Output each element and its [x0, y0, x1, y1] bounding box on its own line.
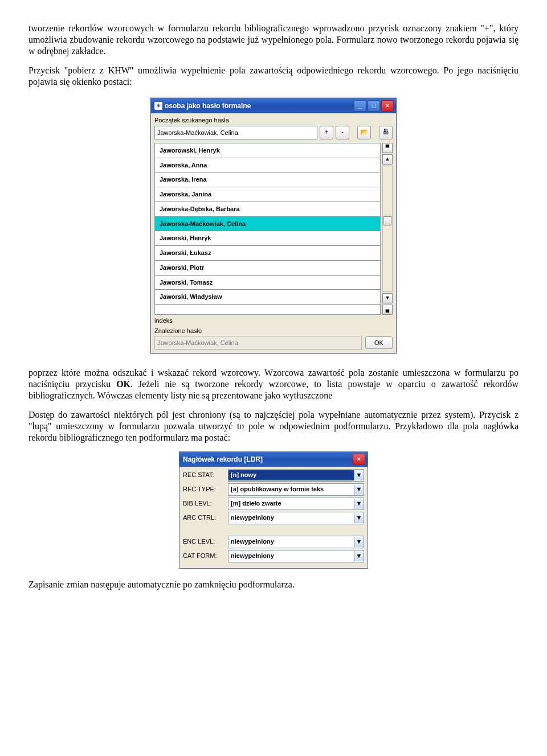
chevron-down-icon[interactable]: ▼	[354, 484, 364, 495]
dropdown-value: [n] nowy	[228, 470, 354, 480]
paragraph-1: tworzenie rekordów wzorcowych w formular…	[28, 23, 519, 57]
scroll-down-icon[interactable]: ▼	[382, 293, 393, 303]
field-label: BIB LEVL:	[183, 500, 225, 508]
field-label: ARC CTRL:	[183, 514, 225, 522]
list-item[interactable]: Jaworska-Dębska, Barbara	[155, 202, 380, 217]
paragraph-5: Zapisanie zmian następuje automatycznie …	[28, 579, 519, 590]
window-title: osoba jako hasło formalne	[165, 102, 251, 110]
close-button[interactable]: ×	[353, 454, 365, 465]
field-label: REC STAT:	[183, 471, 225, 479]
minimize-button[interactable]: _	[354, 100, 366, 112]
ldr-subform-window: Nagłówek rekordu [LDR] × REC STAT:[n] no…	[179, 451, 368, 569]
scroll-up-icon[interactable]: ▲	[382, 154, 393, 165]
chevron-down-icon[interactable]: ▼	[354, 470, 364, 480]
field-label: ENC LEVL:	[183, 538, 225, 546]
close-button[interactable]: ×	[381, 100, 394, 112]
paragraph-4: Dostęp do zawartości niektórych pól jest…	[28, 409, 519, 443]
dropdown[interactable]: niewypełniony▼	[228, 512, 364, 524]
titlebar: ✶ osoba jako hasło formalne _ □ ×	[151, 98, 396, 113]
ok-button[interactable]: OK	[365, 336, 393, 349]
dropdown-value: niewypełniony	[228, 537, 354, 547]
scroll-track[interactable]	[382, 166, 393, 292]
dropdown-value: [a] opublikowany w formie teks	[228, 484, 354, 495]
chevron-down-icon[interactable]: ▼	[354, 513, 364, 523]
zoom-out-button[interactable]: -	[336, 126, 349, 139]
paragraph-3: poprzez które można odszukać i wskazać r…	[28, 367, 519, 401]
found-input	[154, 336, 362, 350]
field-label: REC TYPE:	[183, 486, 225, 494]
dropdown[interactable]: [m] dzieło zwarte▼	[228, 498, 364, 510]
chevron-down-icon[interactable]: ▼	[354, 537, 364, 547]
maximize-button[interactable]: □	[368, 100, 380, 112]
dropdown-value: [m] dzieło zwarte	[228, 499, 354, 509]
results-list: Jaworowski, HenrykJaworska, AnnaJaworska…	[154, 143, 381, 315]
dropdown[interactable]: niewypełniony▼	[228, 550, 364, 562]
window-title: Nagłówek rekordu [LDR]	[183, 455, 263, 464]
paragraph-2: Przycisk "pobierz z KHW" umożliwia wypeł…	[28, 65, 519, 88]
scroll-bottom-icon[interactable]: ▄	[382, 305, 393, 315]
dropdown-value: niewypełniony	[228, 551, 354, 561]
list-item[interactable]: Jaworski, Łukasz	[155, 246, 380, 261]
scroll-top-icon[interactable]: ▀	[382, 143, 393, 153]
scroll-thumb[interactable]	[383, 216, 391, 225]
khw-lookup-window: ✶ osoba jako hasło formalne _ □ × Począt…	[150, 98, 397, 354]
field-label: CAT FORM:	[183, 552, 225, 560]
chevron-down-icon[interactable]: ▼	[354, 551, 364, 561]
index-label: indeks	[154, 317, 393, 325]
scrollbar: ▀ ▲ ▼ ▄	[382, 143, 393, 315]
list-item[interactable]: Jaworski, Henryk	[155, 231, 380, 246]
list-item[interactable]: Jaworska, Anna	[155, 158, 380, 173]
app-icon: ✶	[154, 102, 162, 110]
titlebar: Nagłówek rekordu [LDR] ×	[179, 452, 368, 467]
chevron-down-icon[interactable]: ▼	[354, 499, 364, 509]
dropdown-value: niewypełniony	[228, 513, 354, 523]
dropdown[interactable]: [a] opublikowany w formie teks▼	[228, 483, 364, 496]
list-item[interactable]: Jaworska, Janina	[155, 187, 380, 202]
list-item[interactable]: Jaworowski, Henryk	[155, 143, 380, 158]
open-folder-icon[interactable]: 📂	[357, 126, 371, 139]
print-icon[interactable]: 🖶	[379, 126, 393, 139]
list-item[interactable]: Jaworski, Piotr	[155, 261, 380, 276]
list-item[interactable]: Jaworska, Irena	[155, 172, 380, 187]
list-item[interactable]: Jaworski, Tomasz	[155, 276, 380, 290]
dropdown[interactable]: [n] nowy▼	[228, 469, 364, 482]
list-item[interactable]: Jaworski, Władysław	[155, 290, 380, 305]
found-label: Znalezione hasło	[154, 327, 393, 335]
list-item[interactable]: Jaworska-Maćkowiak, Celina	[155, 217, 380, 232]
zoom-in-button[interactable]: +	[320, 126, 333, 139]
dropdown[interactable]: niewypełniony▼	[228, 536, 364, 548]
search-input[interactable]	[154, 126, 317, 139]
search-label: Początek szukanego hasła	[154, 117, 393, 125]
